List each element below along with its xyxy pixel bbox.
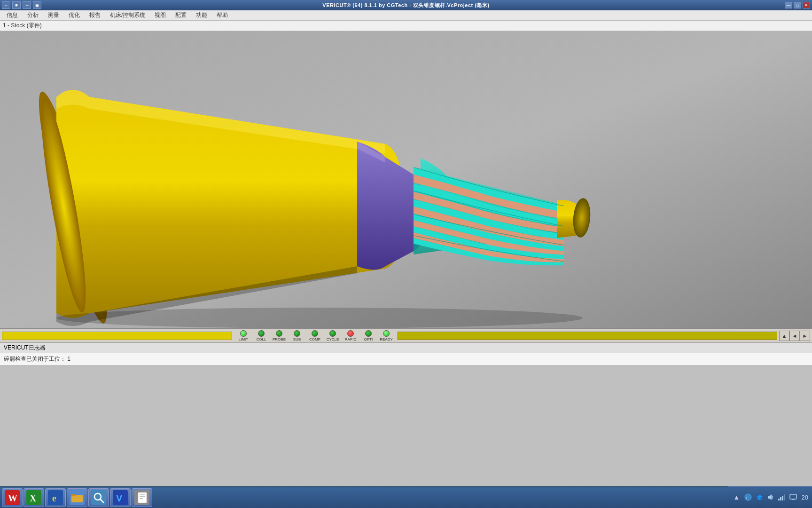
menu-info[interactable]: 信息 [2, 10, 23, 20]
maximize-button[interactable]: □ [794, 2, 801, 8]
svg-point-4 [56, 308, 583, 328]
3d-viewport[interactable] [0, 31, 812, 328]
light-limit [240, 330, 247, 337]
menu-measure[interactable]: 测量 [43, 10, 64, 20]
indicator-ready: READY [378, 330, 395, 341]
menu-analysis[interactable]: 分析 [23, 10, 43, 20]
light-sub [294, 330, 300, 337]
app-title: VERICUT® (64) 8.1.1 by CGTech - 双头锥度螺杆.V… [322, 2, 489, 9]
svg-rect-33 [784, 494, 785, 500]
tray-notification-icon[interactable]: i [743, 492, 753, 502]
svg-text:i: i [746, 495, 747, 500]
quick-access-btn-3[interactable]: ━ [23, 1, 31, 9]
log-title: VERICUT日志器 [4, 344, 46, 352]
right-progress-fill [398, 332, 777, 340]
log-area: VERICUT日志器 碎屑检查已关闭于工位： 1 [0, 342, 812, 365]
tray-network-icon[interactable]: 🌐 [755, 492, 764, 502]
label-sub: SUB [293, 337, 301, 341]
taskbar-folder[interactable] [67, 488, 87, 507]
menu-function[interactable]: 功能 [191, 10, 212, 20]
indicator-group: LIMIT COLL PROBE SUB COMP CYCLE [235, 330, 395, 341]
svg-rect-20 [138, 492, 147, 503]
svg-rect-34 [790, 494, 796, 499]
progress-bar-fill [2, 332, 232, 340]
minimize-button[interactable]: — [785, 2, 792, 8]
light-ready [383, 330, 390, 337]
svg-rect-30 [778, 499, 780, 500]
light-opti [365, 330, 372, 337]
model-svg [0, 31, 812, 328]
light-cycle [329, 330, 336, 337]
label-ready: READY [380, 337, 393, 341]
svg-text:e: e [52, 493, 56, 503]
tray-computer-icon[interactable] [789, 492, 798, 502]
menu-machine[interactable]: 机床/控制系统 [105, 10, 150, 20]
taskbar: W X e [0, 486, 812, 508]
label-probe: PROBE [273, 337, 286, 341]
label-limit: LIMIT [239, 337, 248, 341]
nav-left-btn[interactable]: ◄ [789, 331, 800, 341]
label-cycle: CYCLE [327, 337, 339, 341]
taskbar-word[interactable]: W [2, 488, 23, 507]
taskbar-vericut[interactable]: V [110, 488, 131, 507]
quick-access: ← ■ ━ ▣ [2, 1, 41, 9]
quick-access-btn-1[interactable]: ← [2, 1, 10, 9]
menu-view[interactable]: 视图 [150, 10, 171, 20]
bottom-toolbar: LIMIT COLL PROBE SUB COMP CYCLE [0, 328, 812, 342]
label-opti: OPTI [364, 337, 373, 341]
quick-access-btn-4[interactable]: ▣ [33, 1, 41, 9]
tray-time-display: 20 [802, 494, 808, 501]
svg-text:🌐: 🌐 [757, 495, 763, 500]
log-content: 碎屑检查已关闭于工位： 1 [0, 353, 812, 365]
app-wrapper: ← ■ ━ ▣ VERICUT® (64) 8.1.1 by CGTech - … [0, 0, 812, 508]
svg-marker-29 [768, 494, 772, 500]
svg-text:X: X [30, 493, 37, 503]
taskbar-notepad[interactable] [132, 488, 152, 507]
window-controls: — □ ✕ [785, 2, 810, 8]
tray-arrow-icon[interactable]: ▲ [732, 492, 742, 502]
indicator-comp: COMP [306, 330, 323, 341]
menu-help[interactable]: 帮助 [212, 10, 233, 20]
nav-up-btn[interactable]: ▲ [779, 331, 789, 341]
viewbar: 1 - Stock (零件) 20 [0, 21, 812, 31]
log-header: VERICUT日志器 [0, 343, 812, 353]
svg-text:W: W [8, 493, 17, 503]
system-tray: ▲ i 🌐 20 [728, 486, 812, 508]
label-rapid: RAPID [345, 337, 356, 341]
indicator-cycle: CYCLE [324, 330, 341, 341]
indicator-coll: COLL [253, 330, 270, 341]
taskbar-ie[interactable]: e [45, 488, 66, 507]
light-rapid [347, 330, 354, 337]
indicator-opti: OPTI [360, 330, 377, 341]
log-message: 碎屑检查已关闭于工位： 1 [4, 356, 70, 362]
view-label: 1 - Stock (零件) [3, 22, 42, 30]
svg-rect-31 [780, 497, 781, 500]
left-progress-bar [2, 332, 232, 340]
indicator-probe: PROBE [271, 330, 288, 341]
light-comp [312, 330, 318, 337]
tray-signal-icon[interactable] [777, 492, 787, 502]
svg-rect-13 [71, 494, 76, 496]
titlebar: ← ■ ━ ▣ VERICUT® (64) 8.1.1 by CGTech - … [0, 0, 812, 10]
menu-report[interactable]: 报告 [85, 10, 105, 20]
taskbar-search[interactable] [88, 488, 109, 507]
label-coll: COLL [257, 337, 266, 341]
indicator-limit: LIMIT [235, 330, 252, 341]
svg-text:V: V [116, 493, 123, 503]
menu-optimize[interactable]: 优化 [64, 10, 85, 20]
menu-config[interactable]: 配置 [171, 10, 191, 20]
tray-volume-icon[interactable] [766, 492, 775, 502]
svg-rect-14 [91, 490, 106, 505]
light-coll [258, 330, 265, 337]
right-progress-bar [398, 332, 777, 340]
quick-access-btn-2[interactable]: ■ [12, 1, 21, 9]
taskbar-excel[interactable]: X [23, 488, 44, 507]
menubar: 信息 分析 测量 优化 报告 机床/控制系统 视图 配置 功能 帮助 [0, 10, 812, 21]
label-comp: COMP [309, 337, 320, 341]
indicator-rapid: RAPID [342, 330, 359, 341]
nav-right-btn[interactable]: ► [800, 331, 810, 341]
svg-rect-32 [782, 496, 783, 500]
light-probe [276, 330, 282, 337]
indicator-sub: SUB [289, 330, 305, 341]
close-button[interactable]: ✕ [803, 2, 810, 8]
